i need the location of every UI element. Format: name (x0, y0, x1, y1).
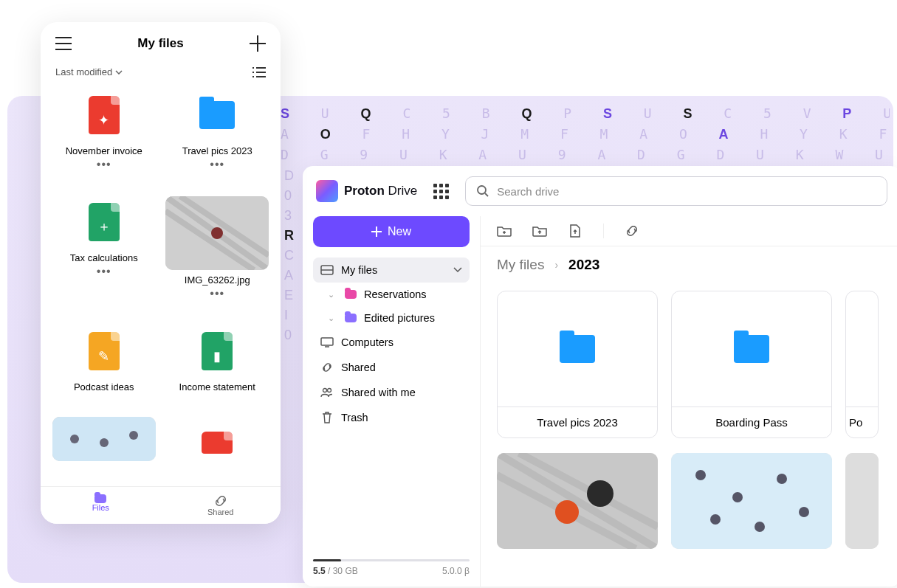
svg-rect-8 (321, 338, 333, 345)
file-item[interactable]: Travel pics 2023 ••• (165, 89, 271, 189)
files-tab-icon (94, 494, 106, 503)
sort-dropdown[interactable]: Last modified (55, 66, 123, 77)
main-content: My files › 2023 Travel pics 2023 Boardin… (480, 216, 897, 587)
image-grid (481, 446, 897, 556)
image-thumbnail[interactable] (497, 453, 658, 549)
new-button-label: New (388, 225, 411, 238)
file-name: Tax calculations (70, 252, 138, 263)
image-thumbnail (165, 196, 269, 270)
svg-point-6 (478, 186, 486, 194)
pdf-file-icon: ✦ (89, 96, 120, 134)
decorative-letter-grid: S U Q C 5 B Q P S U S C 5 V P U S B P U … (281, 103, 890, 166)
add-icon[interactable] (250, 35, 266, 52)
sidebar-item-label: Shared (341, 362, 376, 373)
desktop-topbar: Proton Drive (303, 166, 897, 216)
breadcrumb-root[interactable]: My files (497, 257, 544, 273)
folder-name: Travel pics 2023 (498, 407, 657, 437)
layout-toggle-icon[interactable] (252, 67, 266, 77)
upload-folder-icon[interactable] (532, 224, 547, 238)
svg-point-12 (587, 480, 614, 507)
folder-name: Po (846, 407, 878, 437)
upload-file-icon[interactable] (568, 224, 582, 238)
drive-icon (320, 263, 334, 277)
svg-point-10 (328, 389, 331, 392)
file-name: IMG_63262.jpg (185, 274, 250, 286)
search-input[interactable] (497, 185, 876, 198)
svg-point-16 (732, 492, 743, 502)
breadcrumb: My files › 2023 (481, 246, 897, 283)
link-icon (320, 361, 334, 374)
file-menu-icon[interactable]: ••• (210, 287, 224, 300)
tab-label: Files (92, 503, 109, 512)
mobile-app-window: My files Last modified ✦ November invoic… (41, 22, 281, 524)
svg-rect-21 (845, 453, 879, 549)
file-item[interactable]: ▮ Income statement (165, 325, 271, 410)
version-label: 5.0.0 β (442, 566, 470, 576)
new-button[interactable]: New (313, 216, 470, 247)
sidebar-item-edited-pictures[interactable]: ⌄ Edited pictures (313, 306, 470, 330)
sidebar-item-shared-with-me[interactable]: Shared with me (313, 380, 470, 405)
app-logo[interactable]: Proton Drive (316, 180, 417, 202)
mobile-tabbar: Files Shared (41, 486, 281, 524)
folder-icon (199, 101, 235, 129)
file-name: November invoice (66, 145, 142, 156)
sidebar-item-label: My files (341, 264, 446, 276)
sidebar-item-label: Computers (341, 336, 393, 348)
file-item[interactable] (51, 417, 157, 486)
action-bar (481, 216, 897, 246)
file-item[interactable]: ＋ Tax calculations ••• (51, 196, 157, 318)
file-name: Income statement (179, 381, 255, 392)
file-name: Podcast ideas (74, 381, 134, 392)
folder-card[interactable]: Travel pics 2023 (497, 291, 658, 438)
sidebar-item-reservations[interactable]: ⌄ Reservations (313, 283, 470, 306)
file-name: Travel pics 2023 (182, 145, 252, 156)
get-link-icon[interactable] (625, 224, 639, 238)
mobile-page-title: My files (137, 36, 183, 51)
logo-icon (316, 180, 338, 202)
file-item[interactable]: ✦ November invoice ••• (51, 89, 157, 189)
sidebar-item-trash[interactable]: Trash (313, 405, 470, 430)
svg-point-15 (695, 470, 706, 480)
folder-icon (734, 335, 769, 363)
folder-card[interactable]: Boarding Pass (671, 291, 832, 438)
svg-point-18 (799, 507, 809, 517)
file-menu-icon[interactable]: ••• (97, 265, 111, 278)
svg-point-20 (755, 522, 765, 532)
plus-icon (371, 226, 382, 237)
apps-grid-icon[interactable] (430, 181, 452, 202)
sidebar-item-computers[interactable]: Computers (313, 330, 470, 355)
tab-files[interactable]: Files (41, 487, 161, 524)
file-menu-icon[interactable]: ••• (97, 158, 111, 171)
link-icon (214, 494, 227, 508)
trash-icon (320, 411, 334, 424)
folder-name: Boarding Pass (672, 407, 831, 437)
file-item[interactable] (165, 417, 271, 486)
storage-text: 5.5 / 30 GB 5.0.0 β (313, 566, 470, 576)
search-box[interactable] (465, 176, 887, 206)
chevron-down-icon: ⌄ (328, 290, 334, 300)
file-menu-icon[interactable]: ••• (210, 158, 224, 171)
svg-point-3 (70, 435, 79, 443)
file-item[interactable]: IMG_63262.jpg ••• (165, 196, 271, 318)
image-thumbnail[interactable] (671, 453, 832, 549)
sidebar-item-my-files[interactable]: My files (313, 257, 470, 283)
document-file-icon: ✎ (89, 332, 120, 370)
svg-point-1 (211, 227, 223, 239)
sidebar-item-label: Shared with me (341, 387, 416, 398)
tab-shared[interactable]: Shared (161, 487, 281, 524)
hamburger-menu-icon[interactable] (55, 37, 72, 50)
chevron-right-icon: › (554, 259, 558, 271)
pdf-file-icon (202, 432, 233, 454)
image-thumbnail (52, 417, 156, 461)
svg-point-13 (555, 500, 579, 524)
folder-icon (345, 314, 357, 322)
sidebar-item-label: Edited pictures (364, 312, 435, 324)
folder-card[interactable]: Po (845, 291, 879, 438)
sidebar-item-shared[interactable]: Shared (313, 355, 470, 380)
chevron-down-icon: ⌄ (328, 314, 334, 323)
new-folder-icon[interactable] (497, 224, 512, 238)
storage-bar (313, 559, 470, 561)
chevron-down-icon (453, 267, 462, 273)
file-item[interactable]: ✎ Podcast ideas (51, 325, 157, 410)
image-thumbnail[interactable] (845, 453, 879, 549)
